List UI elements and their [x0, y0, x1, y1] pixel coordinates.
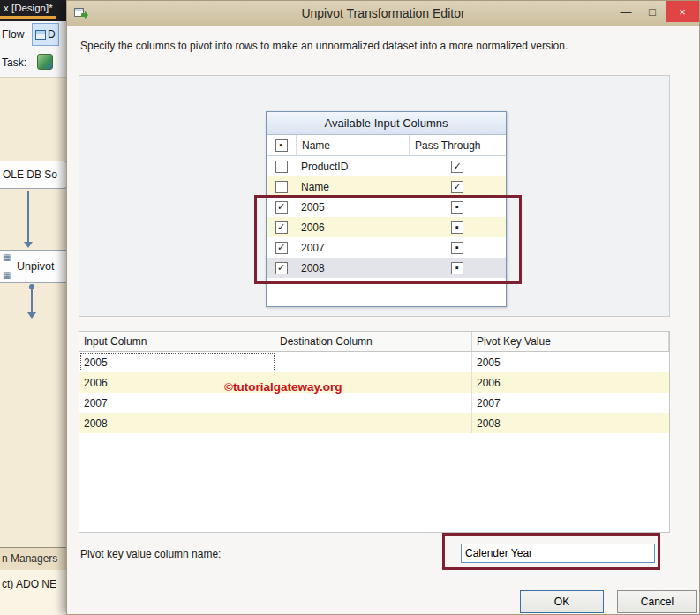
dialog-icon — [74, 6, 88, 20]
grid-row[interactable]: 2005 2005 — [79, 352, 669, 372]
dialog-titlebar[interactable]: Unpivot Transformation Editor — □ × — [67, 1, 699, 26]
screen: x [Design]* Flow D Task: OLE DB So ▦ ▦ U… — [0, 0, 700, 615]
grid-cell-destination[interactable] — [275, 352, 472, 372]
grid-icon: ▦ — [3, 253, 11, 262]
input-column-header[interactable]: Input Column — [79, 332, 275, 351]
select-all-glyph: ▪ — [280, 140, 283, 150]
connection-managers-header: n Managers — [0, 547, 67, 570]
close-icon[interactable]: × — [666, 1, 699, 22]
document-tab-label: x [Design]* — [4, 3, 53, 13]
grid-header-row: Input Column Destination Column Pivot Ke… — [79, 332, 669, 352]
dialog-title: Unpivot Transformation Editor — [67, 6, 699, 20]
available-columns-header-row: ▪ Name Pass Through — [267, 135, 506, 156]
unpivot-box[interactable]: ▦ ▦ Unpivot — [0, 250, 69, 283]
ole-db-source-label: OLE DB So — [3, 169, 57, 181]
row-checkbox[interactable] — [275, 161, 288, 173]
grid-cell-pivot-key[interactable]: 2007 — [472, 393, 669, 413]
grid-cell-input[interactable]: 2008 — [79, 413, 275, 433]
connector-arrow — [31, 289, 33, 312]
available-input-columns-title: Available Input Columns — [267, 112, 506, 135]
designer-tab-strip: Flow D — [0, 21, 67, 48]
window-controls: — □ × — [613, 1, 699, 22]
grid-cell-pivot-key[interactable]: 2006 — [472, 372, 669, 393]
connector-dot-icon — [29, 284, 34, 289]
data-flow-icon — [35, 30, 46, 40]
column-name[interactable]: Name — [296, 181, 409, 193]
grid-cell-input[interactable]: 2005 — [79, 352, 275, 372]
ole-db-source-box[interactable]: OLE DB So — [0, 161, 67, 189]
select-all-checkbox[interactable]: ▪ — [275, 139, 288, 152]
destination-column-header[interactable]: Destination Column — [275, 332, 472, 351]
grid-cell-destination[interactable] — [275, 413, 472, 433]
pass-through-column-header[interactable]: Pass Through — [409, 135, 506, 155]
pivot-key-label: Pivot key value column name: — [80, 548, 221, 560]
unpivot-transformation-editor-dialog: Unpivot Transformation Editor — □ × Spec… — [66, 0, 700, 615]
tab-data-flow-fragment[interactable]: D — [32, 23, 59, 46]
grid-cell-pivot-key[interactable]: 2008 — [472, 413, 669, 433]
pass-through-checkbox[interactable]: ✓ — [451, 161, 463, 173]
connection-managers-list: ct) ADO NE — [0, 570, 67, 615]
tab-data-flow-label: D — [48, 28, 56, 41]
watermark: ©tutorialgateway.org — [224, 380, 342, 394]
row-checkbox[interactable] — [275, 181, 288, 193]
available-column-row[interactable]: Name ✓ — [267, 176, 506, 197]
ok-button[interactable]: OK — [520, 590, 604, 613]
pivot-key-value-header[interactable]: Pivot Key Value — [472, 332, 669, 351]
arrowhead-icon — [27, 312, 36, 319]
data-flow-task-row: Task: — [0, 48, 67, 78]
minimize-icon[interactable]: — — [613, 1, 639, 22]
name-column-header[interactable]: Name — [296, 135, 409, 155]
document-tab-bar: x [Design]* — [0, 0, 67, 21]
grid-cell-destination[interactable] — [275, 393, 472, 413]
grid-row[interactable]: 2007 2007 — [79, 393, 669, 413]
task-icon — [37, 54, 53, 70]
design-surface: OLE DB So ▦ ▦ Unpivot — [0, 78, 67, 547]
pass-through-checkbox[interactable]: ✓ — [451, 181, 463, 193]
grid-row[interactable]: 2008 2008 — [79, 413, 669, 433]
task-label: Task: — [2, 56, 26, 69]
connection-managers-label: n Managers — [2, 552, 57, 565]
unpivot-box-label: Unpivot — [17, 260, 54, 273]
cancel-button[interactable]: Cancel — [617, 590, 697, 613]
grid-cell-input[interactable]: 2007 — [79, 393, 275, 413]
connection-manager-item[interactable]: ct) ADO NE — [2, 578, 56, 590]
arrowhead-icon — [24, 242, 33, 248]
document-tab[interactable]: x [Design]* — [0, 0, 56, 19]
column-name[interactable]: ProductID — [296, 161, 409, 173]
connector-arrow — [27, 191, 29, 242]
unpivot-mapping-grid: Input Column Destination Column Pivot Ke… — [79, 331, 670, 533]
tab-control-flow-fragment[interactable]: Flow — [2, 28, 24, 41]
background-designer-window: x [Design]* Flow D Task: OLE DB So ▦ ▦ U… — [0, 0, 67, 615]
grid-icon: ▦ — [3, 271, 11, 280]
maximize-icon[interactable]: □ — [639, 1, 666, 22]
annotation-highlight — [442, 533, 660, 570]
grid-cell-pivot-key[interactable]: 2005 — [472, 352, 669, 372]
available-column-row[interactable]: ProductID ✓ — [267, 156, 506, 176]
grid-row[interactable]: 2006 2006 — [79, 372, 669, 393]
dialog-description: Specify the columns to pivot into rows t… — [80, 40, 681, 52]
annotation-highlight — [254, 195, 522, 284]
